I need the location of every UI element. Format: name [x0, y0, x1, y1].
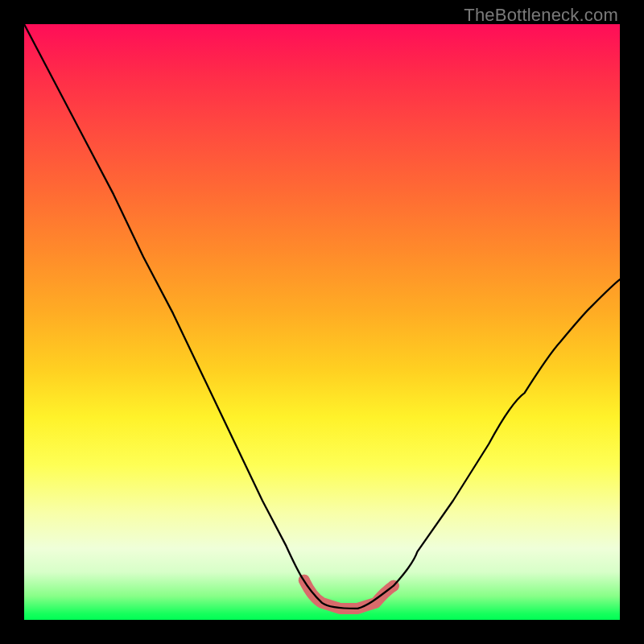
valley-highlight	[304, 580, 394, 609]
curve-svg	[24, 24, 620, 620]
chart-frame: TheBottleneck.com	[0, 0, 644, 644]
watermark-text: TheBottleneck.com	[464, 5, 618, 26]
bottleneck-curve	[24, 24, 620, 609]
plot-area	[24, 24, 620, 620]
